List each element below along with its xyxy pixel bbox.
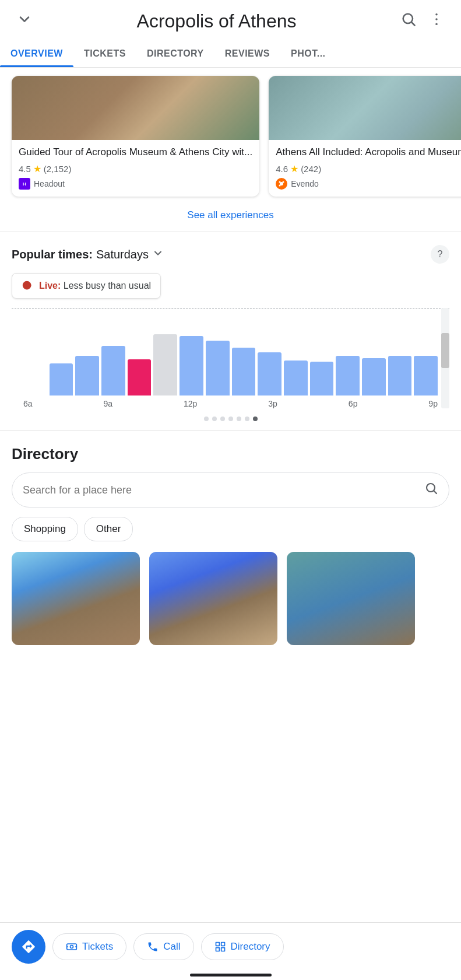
filter-chip-shopping[interactable]: Shopping [12,517,78,541]
experiences-scroll[interactable]: Guided Tour of Acropolis Museum & Athens… [0,68,461,202]
bar-group-4 [128,359,152,396]
bar-group-2 [75,356,99,396]
bar-group-12 [336,356,360,396]
experience-card-2[interactable]: Athens All Included: Acropolis and Museu… [269,76,461,197]
svg-rect-17 [221,948,224,951]
place-thumb-3[interactable] [287,552,415,645]
bar-group-7 [206,341,230,396]
svg-point-8 [279,185,281,187]
bar-4 [128,359,152,396]
popular-times-title: Popular times: Saturdays [12,247,164,262]
bar-group-5 [153,334,177,396]
x-label-3p: 3p [268,399,277,408]
experience-card-1[interactable]: Guided Tour of Acropolis Museum & Athens… [12,76,259,197]
svg-point-13 [71,946,73,949]
bar-13 [362,358,386,396]
tabs-bar: OVERVIEW TICKETS DIRECTORY REVIEWS PHOT.… [0,40,461,68]
more-menu-button[interactable] [424,11,449,32]
help-button[interactable]: ? [431,245,449,264]
bar-group-6 [180,336,203,396]
bar-3 [101,346,125,396]
svg-rect-15 [221,943,224,946]
tickets-button[interactable]: Tickets [52,933,126,960]
home-indicator [190,974,272,977]
directory-title: Directory [12,445,449,463]
bar-10 [284,360,308,396]
tab-overview[interactable]: OVERVIEW [0,40,73,67]
chart-container: 6a 9a 12p 3p 6p 9p [12,308,449,408]
svg-point-2 [435,13,438,16]
place-thumb-1[interactable] [12,552,140,645]
bar-6 [180,336,203,396]
svg-rect-14 [216,943,219,946]
bottom-padding [0,654,461,724]
x-label-6a: 6a [23,399,33,408]
tab-photos[interactable]: PHOT... [280,40,336,67]
filter-chips: Shopping Other [12,517,449,541]
tickets-button-label: Tickets [82,941,113,953]
call-button-label: Call [163,941,180,953]
header: Acropolis of Athens [0,0,461,40]
pagination-dots [12,416,449,421]
tab-tickets[interactable]: TICKETS [73,40,136,67]
see-all-experiences-link[interactable]: See all experiences [0,202,461,232]
back-button[interactable] [12,11,37,32]
directory-button[interactable]: Directory [201,933,284,960]
bar-group-13 [362,358,386,396]
pt-dropdown-icon[interactable] [152,247,164,262]
live-status-badge: Live: Less busy than usual [12,273,161,299]
x-label-9a: 9a [104,399,113,408]
place-thumb-2[interactable] [149,552,277,645]
card-image-2 [269,76,461,140]
search-button[interactable] [396,11,421,32]
provider-name-1: Headout [34,179,65,188]
svg-point-6 [279,181,281,183]
review-count-1: (2,152) [44,164,72,174]
bar-8 [232,348,256,396]
rating-value-2: 4.6 [276,164,288,174]
directory-search-bar[interactable] [12,473,449,508]
card-title-2: Athens All Included: Acropolis and Museu… [276,146,461,159]
review-count-2: (242) [301,164,321,174]
directory-search-input[interactable] [23,484,418,496]
chart-scrollbar-thumb [441,333,449,368]
bottom-bar: Tickets Call Directory [0,922,461,980]
bar-group-9 [258,352,281,396]
x-label-9p: 9p [428,399,438,408]
directory-button-label: Directory [231,941,270,953]
directory-search-icon[interactable] [424,481,438,499]
live-label: Live: Less busy than usual [39,281,151,291]
bar-group-14 [388,356,412,396]
headout-logo-1: H [19,178,30,190]
dot-7 [253,416,258,421]
call-button[interactable]: Call [133,933,193,960]
star-icon-1: ★ [33,163,41,174]
bar-group-3 [101,346,125,396]
card-body-2: Athens All Included: Acropolis and Museu… [269,140,461,197]
card-title-1: Guided Tour of Acropolis Museum & Athens… [19,146,252,159]
star-icon-2: ★ [290,163,298,174]
bar-5 [153,334,177,396]
dot-6 [245,416,249,421]
card-image-1 [12,76,259,140]
directions-fab[interactable] [12,930,45,964]
svg-line-11 [434,491,437,494]
svg-point-4 [435,23,438,25]
live-text: Live: [39,281,61,290]
bar-2 [75,356,99,396]
filter-chip-other[interactable]: Other [84,517,133,541]
tab-directory[interactable]: DIRECTORY [136,40,214,67]
bar-14 [388,356,412,396]
dot-1 [204,416,209,421]
tab-reviews[interactable]: REVIEWS [214,40,280,67]
dot-4 [228,416,233,421]
bar-group-8 [232,348,256,396]
svg-line-1 [411,22,414,25]
bar-15 [414,356,438,396]
bar-11 [310,362,334,396]
directory-section: Directory Shopping Other [0,431,461,654]
bar-group-1 [50,363,73,396]
card-provider-1: H Headout [19,178,252,190]
bar-0 [23,393,47,396]
dot-3 [220,416,225,421]
